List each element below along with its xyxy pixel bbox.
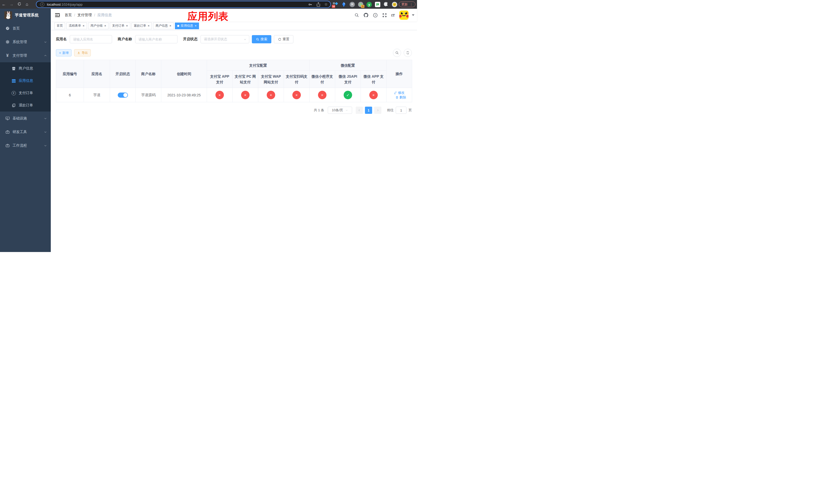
page-number-1[interactable]: 1 bbox=[365, 107, 372, 114]
tag-user-group[interactable]: 用户分组× bbox=[88, 23, 109, 29]
sidebar-item-merchant-info[interactable]: 商户信息 bbox=[0, 62, 51, 75]
extension-devtools-icon[interactable]: 10 bbox=[333, 2, 338, 7]
tag-app-info[interactable]: 应用信息× bbox=[175, 23, 199, 29]
browser-back-icon[interactable]: ← bbox=[0, 0, 8, 9]
status-select[interactable]: 请选择开启状态 bbox=[201, 35, 249, 43]
merchant-name-input[interactable] bbox=[135, 35, 177, 43]
alipay-pc-status: × bbox=[241, 91, 249, 99]
sidebar-item-dev-tools[interactable]: 研发工具 bbox=[0, 125, 51, 139]
share-icon[interactable] bbox=[316, 2, 320, 7]
col-alipay-qr: 支付宝扫码支付 bbox=[284, 71, 310, 88]
col-alipay-wap: 支付宝 WAP 网站支付 bbox=[258, 71, 284, 88]
close-icon[interactable]: × bbox=[104, 24, 106, 27]
browser-menu-icon[interactable]: ⋮ bbox=[410, 3, 413, 6]
app-name-input[interactable] bbox=[70, 35, 112, 43]
search-form: 应用名 商户名称 开启状态 请选择开启状态 搜索 重置 bbox=[56, 35, 412, 43]
prev-page-button[interactable] bbox=[356, 107, 363, 114]
show-search-button[interactable] bbox=[393, 49, 401, 57]
avatar-caret-icon[interactable] bbox=[412, 14, 414, 16]
sidebar-toggle-icon[interactable] bbox=[54, 12, 60, 18]
status-label: 开启状态 bbox=[183, 37, 197, 42]
dashboard-icon bbox=[5, 26, 10, 30]
refresh-button[interactable] bbox=[404, 49, 412, 57]
tag-home[interactable]: 首页 bbox=[54, 23, 65, 29]
col-created: 创建时间 bbox=[161, 60, 207, 88]
browser-forward-icon[interactable]: → bbox=[8, 0, 15, 9]
chevron-down-icon bbox=[44, 131, 47, 134]
extension-cmd-icon[interactable]: ⌘ bbox=[350, 2, 355, 7]
app-logo-row[interactable]: 芋道管理系统 bbox=[0, 9, 51, 22]
close-icon[interactable]: × bbox=[169, 24, 171, 27]
sidebar-item-infrastructure[interactable]: 基础设施 bbox=[0, 112, 51, 125]
next-page-button[interactable] bbox=[374, 107, 381, 114]
sidebar-item-app-info[interactable]: 应用信息 bbox=[0, 75, 51, 87]
app-name-label: 应用名 bbox=[56, 37, 67, 42]
extension-y-icon[interactable]: y bbox=[367, 2, 372, 7]
fullscreen-icon[interactable] bbox=[382, 13, 387, 18]
edit-link[interactable]: 修改 bbox=[394, 91, 405, 95]
close-icon[interactable]: × bbox=[195, 24, 197, 27]
bookmark-star-icon[interactable]: ☆ bbox=[324, 2, 328, 7]
search-icon[interactable] bbox=[354, 13, 359, 18]
yen-icon: ¥ bbox=[5, 53, 10, 58]
tag-refund-order[interactable]: 退款订单× bbox=[132, 23, 152, 29]
export-button[interactable]: 导出 bbox=[74, 49, 91, 56]
extension-gem-icon[interactable] bbox=[341, 2, 347, 7]
help-icon[interactable]: ? bbox=[373, 13, 378, 18]
sidebar-item-payment[interactable]: ¥ 支付管理 bbox=[0, 49, 51, 62]
browser-update-button[interactable]: 更新 ⋮ bbox=[399, 2, 415, 7]
address-bar[interactable]: i localhost:1024/pay/app ☆ bbox=[36, 1, 331, 8]
close-icon[interactable]: × bbox=[126, 24, 128, 27]
goto-page-input[interactable] bbox=[396, 107, 407, 114]
chevron-down-icon bbox=[44, 41, 47, 44]
password-key-icon[interactable] bbox=[308, 2, 312, 7]
github-icon[interactable] bbox=[364, 13, 369, 18]
reset-button[interactable]: 重置 bbox=[274, 35, 293, 43]
sidebar-item-workflow[interactable]: 工作流程 bbox=[0, 139, 51, 152]
grid-icon bbox=[11, 79, 16, 83]
col-operations: 操作 bbox=[387, 60, 412, 88]
delete-link[interactable]: 删除 bbox=[395, 95, 406, 100]
sidebar-item-refund-order[interactable]: 退款订单 bbox=[0, 99, 51, 112]
toolbox-icon bbox=[5, 143, 10, 148]
alipay-qr-status: × bbox=[292, 91, 301, 99]
browser-reload-icon[interactable] bbox=[15, 0, 23, 9]
breadcrumb: 首页 / 支付管理 / 应用信息 bbox=[65, 13, 112, 18]
app-title: 芋道管理系统 bbox=[15, 13, 39, 18]
col-wechat-jsapi: 微信 JSAPI 支付 bbox=[335, 71, 361, 88]
payment-submenu: 商户信息 应用信息 ¥ 支付订单 退款订单 bbox=[0, 62, 51, 112]
tag-pay-order[interactable]: 支付订单× bbox=[110, 23, 130, 29]
extension-recorder-icon[interactable]: 1 bbox=[358, 2, 364, 7]
close-icon[interactable]: × bbox=[148, 24, 150, 27]
sidebar-menu: 首页 系统管理 ¥ 支付管理 商户信息 bbox=[0, 22, 51, 152]
toolbox-icon bbox=[5, 130, 10, 134]
font-size-icon[interactable]: tT bbox=[391, 13, 395, 18]
add-button[interactable]: + 新增 bbox=[56, 49, 71, 56]
extensions-puzzle-icon[interactable] bbox=[383, 2, 389, 7]
breadcrumb-payment[interactable]: 支付管理 bbox=[78, 13, 92, 18]
extension-chat-icon[interactable] bbox=[375, 2, 380, 7]
tag-merchant-info[interactable]: 商户信息× bbox=[153, 23, 174, 29]
table-row: 6 芋道 芋道源码 2021-10-23 08:49:25 × × × × × … bbox=[56, 88, 412, 102]
sidebar-item-pay-order[interactable]: ¥ 支付订单 bbox=[0, 87, 51, 99]
browser-home-icon[interactable]: ⌂ bbox=[23, 0, 31, 9]
close-icon[interactable]: × bbox=[83, 24, 85, 27]
col-app-name: 应用名 bbox=[84, 60, 110, 88]
search-button[interactable]: 搜索 bbox=[252, 35, 271, 43]
app-logo bbox=[4, 11, 12, 19]
monitor-icon bbox=[5, 116, 10, 120]
col-wechat-mini: 微信小程序支付 bbox=[310, 71, 335, 88]
tag-process-form[interactable]: 流程表单× bbox=[66, 23, 87, 29]
user-avatar[interactable] bbox=[399, 10, 409, 20]
col-alipay-app: 支付宝 APP 支付 bbox=[207, 71, 233, 88]
page-size-select[interactable]: 10条/页 bbox=[328, 107, 352, 114]
status-toggle[interactable] bbox=[118, 93, 128, 98]
sidebar-item-system[interactable]: 系统管理 bbox=[0, 35, 51, 49]
breadcrumb-home[interactable]: 首页 bbox=[65, 13, 72, 18]
profile-emoji-icon[interactable] bbox=[392, 2, 397, 7]
sidebar-item-home[interactable]: 首页 bbox=[0, 22, 51, 35]
sidebar: 芋道管理系统 首页 系统管理 ¥ 支付管理 bbox=[0, 9, 51, 252]
site-info-icon[interactable]: i bbox=[40, 2, 44, 7]
extension-badge: 1 bbox=[361, 5, 365, 8]
breadcrumb-app-info: 应用信息 bbox=[97, 13, 112, 18]
